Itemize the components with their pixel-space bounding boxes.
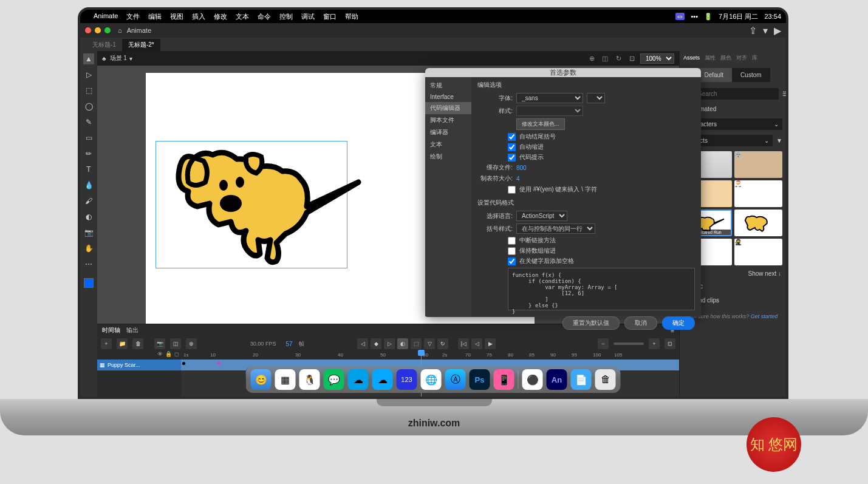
camera-layer-icon[interactable]: 📷 (154, 338, 165, 349)
dock-chrome-icon[interactable]: 🌐 (421, 369, 442, 390)
modify-text-color-button[interactable]: 修改文本颜色... (516, 118, 565, 130)
add-layer-icon[interactable]: + (101, 338, 112, 349)
style-select[interactable] (516, 106, 583, 116)
dock-app3-icon[interactable]: 📄 (571, 369, 592, 390)
cancel-button[interactable]: 取消 (624, 316, 657, 330)
layer-parent-icon[interactable]: ⊕ (186, 338, 197, 349)
hand-tool-icon[interactable]: ✋ (83, 243, 94, 254)
share-icon[interactable]: ⇪ (749, 25, 757, 36)
brush-tool-icon[interactable]: ✎ (83, 117, 94, 128)
keyframe-icon[interactable] (217, 362, 220, 365)
eyedropper-tool-icon[interactable]: 💧 (83, 180, 94, 191)
timeline-zoom-in-icon[interactable]: + (649, 338, 660, 349)
loop-icon[interactable]: ↻ (437, 338, 448, 349)
menu-insert[interactable]: 插入 (192, 12, 205, 21)
eraser-tool-icon[interactable]: ◐ (83, 211, 94, 222)
dock-appstore-icon[interactable]: Ⓐ (445, 369, 466, 390)
pref-cat-script-files[interactable]: 脚本文件 (425, 114, 471, 126)
dock-photoshop-icon[interactable]: Ps (470, 369, 490, 390)
dock-launchpad-icon[interactable]: ▦ (275, 369, 296, 390)
keyframe-nav-prev-icon[interactable]: ◁ (357, 338, 368, 349)
dock-finder-icon[interactable]: 😊 (251, 369, 272, 390)
tab-align[interactable]: 对齐 (736, 54, 747, 62)
home-icon[interactable]: ⌂ (118, 27, 122, 34)
layer-row[interactable]: ▦ Puppy Scar... (97, 360, 181, 370)
chevron-down-icon[interactable]: ▾ (763, 25, 768, 36)
font-select[interactable]: _sans (516, 93, 583, 103)
menubar-more-icon[interactable]: ••• (691, 13, 698, 20)
search-input[interactable] (694, 88, 779, 100)
break-chained-checkbox[interactable] (508, 237, 516, 245)
menu-commands[interactable]: 命令 (258, 12, 271, 21)
layer-visibility-icon[interactable]: 👁 (157, 351, 163, 360)
marker-icon[interactable]: ▽ (424, 338, 435, 349)
brace-style-select[interactable]: 在与控制语句的同一行 (516, 223, 595, 234)
menu-file[interactable]: 文件 (126, 12, 140, 21)
tab-assets[interactable]: Assets (683, 55, 700, 61)
language-select[interactable]: ActionScript (516, 211, 567, 221)
menu-control[interactable]: 控制 (279, 12, 293, 21)
rotate-stage-icon[interactable]: ↻ (613, 53, 623, 63)
pref-cat-code-editor[interactable]: 代码编辑器 (425, 102, 471, 114)
font-size-select[interactable]: 10 (587, 93, 605, 103)
asset-item[interactable]: 🐺 (734, 151, 783, 178)
rectangle-tool-icon[interactable]: ▭ (83, 132, 94, 143)
ok-button[interactable]: 确定 (662, 316, 695, 330)
tab-properties[interactable]: 属性 (705, 54, 716, 62)
layer-lock-icon[interactable]: 🔒 (165, 351, 172, 360)
pref-cat-text[interactable]: 文本 (425, 138, 471, 151)
dock-app2-icon[interactable]: ⚫ (522, 369, 543, 390)
doc-tab-1[interactable]: 无标题-1 (86, 39, 122, 51)
layer-depth-icon[interactable]: ◫ (170, 338, 181, 349)
asset-item[interactable]: 🎅 (734, 180, 783, 207)
keyframe-nav-next-icon[interactable]: ▷ (384, 338, 395, 349)
dock-cloud-icon[interactable]: ☁ (348, 369, 369, 390)
layer-outline-icon[interactable]: ◻ (174, 351, 179, 360)
subselection-tool-icon[interactable]: ▷ (83, 69, 94, 80)
fill-color-swatch[interactable] (84, 278, 94, 288)
timeline-fit-icon[interactable]: ⊡ (665, 338, 675, 349)
dock-baidu-icon[interactable]: ☁ (372, 369, 393, 390)
auto-indent-checkbox[interactable] (508, 143, 516, 151)
edit-multi-frames-icon[interactable]: ⬚ (411, 338, 422, 349)
insert-keyframe-icon[interactable]: ◆ (371, 338, 381, 349)
lasso-tool-icon[interactable]: ◯ (83, 101, 94, 112)
selection-tool-icon[interactable]: ▲ (83, 53, 94, 64)
list-view-icon[interactable]: ☰ (782, 90, 788, 97)
pencil-tool-icon[interactable]: ✏ (83, 148, 94, 159)
keep-array-indent-checkbox[interactable] (508, 247, 516, 255)
tab-library[interactable]: 库 (752, 54, 757, 62)
custom-assets-button[interactable]: Custom (732, 68, 770, 82)
timeline-zoom-out-icon[interactable]: − (598, 338, 609, 349)
camera-tool-icon[interactable]: 📷 (83, 227, 94, 238)
timeline-tab[interactable]: 时间轴 (102, 326, 120, 335)
asset-item[interactable]: 🥷 (734, 239, 783, 265)
pref-cat-drawing[interactable]: 绘制 (425, 151, 471, 163)
step-back-icon[interactable]: ◁ (471, 338, 482, 349)
dock-wechat-icon[interactable]: 💬 (324, 369, 344, 390)
dock-trash-icon[interactable]: 🗑 (595, 369, 616, 390)
layer-name[interactable]: Puppy Scar... (108, 362, 140, 368)
screen-mirror-icon[interactable]: ▭ (675, 13, 685, 20)
output-tab[interactable]: 输出 (126, 326, 138, 335)
code-hints-checkbox[interactable] (508, 154, 516, 162)
doc-tab-2[interactable]: 无标题-2* (122, 39, 160, 51)
menu-edit[interactable]: 编辑 (148, 12, 162, 21)
default-assets-button[interactable]: Default (695, 68, 732, 82)
battery-icon[interactable]: 🔋 (704, 13, 713, 21)
menubar-date[interactable]: 7月16日 周二 (719, 12, 758, 21)
menu-debug[interactable]: 调试 (301, 12, 315, 21)
asset-item[interactable] (734, 210, 783, 236)
layer-folder-icon[interactable]: 📁 (117, 338, 128, 349)
reset-defaults-button[interactable]: 重置为默认值 (562, 316, 620, 330)
dock-app-icon[interactable]: 📱 (494, 369, 514, 390)
play-test-icon[interactable]: ▶ (774, 25, 781, 36)
pref-cat-compiler[interactable]: 编译器 (425, 126, 471, 138)
scene-icon[interactable]: ♣ (102, 55, 106, 62)
cache-value[interactable]: 800 (516, 165, 527, 171)
window-minimize-button[interactable] (95, 27, 101, 33)
timeline-ruler[interactable]: 1s 10 20 30 40 50 60 2s 70 75 80 85 (181, 351, 679, 360)
pref-cat-general[interactable]: 常规 (425, 80, 471, 92)
keyframe-icon[interactable] (182, 362, 185, 365)
zoom-select[interactable]: 100% (640, 53, 674, 64)
